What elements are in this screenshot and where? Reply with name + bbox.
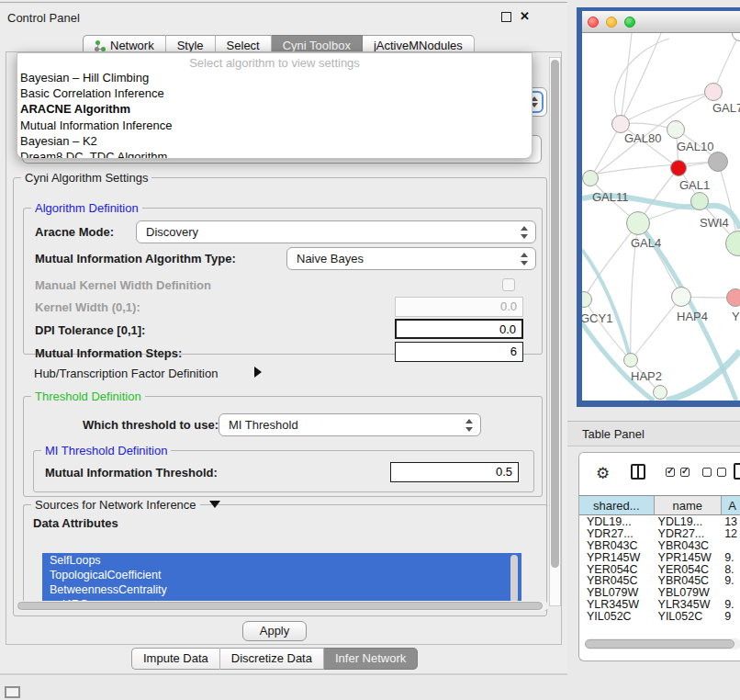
horizontal-scrollbar[interactable]: [17, 601, 548, 611]
table-cell: YDR27...: [579, 528, 655, 540]
table-row[interactable]: YBL079WYBL079W: [579, 587, 740, 599]
horizontal-scrollbar-thumb[interactable]: [17, 602, 543, 610]
table-panel-title: Table Panel: [582, 427, 645, 441]
which-threshold-value: MI Threshold: [219, 418, 462, 432]
column-header-A[interactable]: A: [722, 496, 740, 514]
stepper-icon: [462, 417, 477, 434]
column-header-shared[interactable]: shared...: [579, 496, 655, 514]
collapsed-panel-icon[interactable]: [5, 686, 20, 698]
dpi-tolerance-field[interactable]: 0.0: [395, 319, 523, 339]
algorithm-option[interactable]: Bayesian – K2: [17, 133, 532, 149]
expand-arrow-icon[interactable]: [254, 367, 262, 378]
mi-threshold-field[interactable]: 0.5: [390, 462, 519, 482]
kernel-width-field[interactable]: 0.0: [395, 297, 523, 317]
aracne-mode-combobox[interactable]: Discovery: [136, 220, 536, 243]
table-hscroll-thumb[interactable]: [585, 639, 734, 649]
tab-infer-network[interactable]: Infer Network: [324, 648, 418, 670]
network-node-hap2[interactable]: [623, 353, 638, 367]
network-node[interactable]: [670, 160, 687, 176]
network-node-gal11[interactable]: [582, 170, 599, 186]
table-row[interactable]: YLR345WYLR345W9.: [579, 599, 740, 611]
network-node-gal1[interactable]: [690, 192, 709, 210]
list-scrollbar-thumb[interactable]: [510, 555, 518, 603]
algorithm-option[interactable]: Mutual Information Inference: [17, 118, 532, 133]
network-node-hap4[interactable]: [671, 287, 691, 307]
mi-threshold-label: Mutual Information Threshold:: [45, 466, 218, 480]
mi-threshold-definition-group: MI Threshold Definition Mutual Informati…: [33, 450, 534, 492]
table-cell: YER054C: [655, 564, 723, 576]
manual-kernel-label: Manual Kernel Width Definition: [35, 278, 211, 292]
algorithm-option[interactable]: Bayesian – Hill Climbing: [17, 70, 532, 85]
table-row[interactable]: YER054CYER054C8.: [579, 564, 740, 576]
control-panel: Control Panel ✕ NetworkStyleSelectCyni T…: [0, 0, 567, 676]
table-horizontal-scrollbar[interactable]: [585, 638, 740, 649]
attribute-list-item[interactable]: TopologicalCoefficient: [42, 568, 521, 582]
apply-button[interactable]: Apply: [242, 621, 307, 641]
node-label: GCY1: [582, 311, 612, 325]
table-cell: 12: [722, 528, 740, 540]
table-row[interactable]: YPR145WYPR145W9.: [579, 552, 740, 564]
hub-definition-label[interactable]: Hub/Transcription Factor Definition: [34, 367, 218, 380]
dpi-tolerance-label: DPI Tolerance [0,1]:: [35, 323, 145, 337]
network-node-gal10[interactable]: [667, 120, 685, 139]
float-window-icon[interactable]: [501, 12, 511, 22]
algorithm-option[interactable]: Basic Correlation Inference: [17, 85, 532, 101]
select-all-checkbox-icon[interactable]: [666, 468, 675, 477]
table-row[interactable]: YBR045CYBR045C9.: [579, 575, 740, 587]
table-row[interactable]: YBR043CYBR043C: [579, 540, 740, 552]
which-threshold-combobox[interactable]: MI Threshold: [219, 413, 481, 436]
close-traffic-light[interactable]: [588, 17, 599, 28]
network-node-gal80[interactable]: [611, 115, 630, 133]
table-header: shared...nameA: [579, 495, 740, 515]
table-row[interactable]: YDR27...YDR27...12: [579, 528, 740, 540]
deselect-all-checkbox-icon[interactable]: [702, 468, 712, 477]
table-cell: 13: [722, 516, 740, 528]
mi-type-label: Mutual Information Algorithm Type:: [35, 252, 236, 265]
tab-label: Impute Data: [143, 651, 208, 665]
network-window-titlebar[interactable]: [582, 11, 740, 33]
table-row[interactable]: YIL052CYIL052C9: [579, 611, 740, 623]
tab-label: Style: [177, 39, 204, 52]
network-node-gal7[interactable]: [704, 83, 723, 101]
close-icon[interactable]: ✕: [520, 9, 530, 23]
threshold-definition-group: Threshold Definition Which threshold to …: [23, 396, 543, 497]
network-node-gal4[interactable]: [626, 211, 650, 235]
mi-algorithm-type-combobox[interactable]: Naive Bayes: [286, 247, 536, 270]
algorithm-definition-group: Algorithm Definition Aracne Mode: Discov…: [23, 208, 543, 355]
table-rows[interactable]: YDL19...YDL19...13YDR27...YDR27...12YBR0…: [579, 516, 740, 625]
tab-label: Select: [227, 39, 260, 52]
network-node[interactable]: [653, 385, 667, 400]
algorithm-option[interactable]: Dream8 DC_TDC Algorithm: [17, 149, 532, 159]
attribute-list-item[interactable]: BetweennessCentrality: [42, 582, 521, 597]
panel-scrollbar-thumb[interactable]: [551, 60, 559, 568]
table-cell: 9.: [722, 552, 740, 564]
table-row[interactable]: YDL19...YDL19...13: [579, 516, 740, 528]
attribute-list-item[interactable]: SelfLoops: [42, 553, 521, 568]
table-cell: YBR043C: [579, 540, 655, 552]
panel-divider: [0, 2, 567, 3]
select-all-checkbox-icon2[interactable]: [680, 468, 690, 477]
algorithm-option[interactable]: ARACNE Algorithm: [17, 101, 532, 117]
network-canvas[interactable]: GAL7GAL80GAL10GAL1GAL11GAL4SWI4GCY1HAP4Y…: [582, 33, 740, 401]
zoom-traffic-light[interactable]: [624, 17, 635, 28]
minimize-traffic-light[interactable]: [606, 17, 617, 28]
table-cell: YPR145W: [655, 552, 723, 564]
table-cell: YDL19...: [655, 516, 723, 528]
table-cell: YIL052C: [579, 611, 655, 623]
network-node-y[interactable]: [726, 288, 740, 307]
tab-impute-data[interactable]: Impute Data: [131, 648, 220, 670]
mi-threshold-definition-title: MI Threshold Definition: [41, 444, 171, 457]
algorithm-definition-title: Algorithm Definition: [31, 201, 142, 215]
table-cell: YPR145W: [579, 552, 655, 564]
tab-discretize-data[interactable]: Discretize Data: [220, 648, 324, 670]
network-node[interactable]: [708, 152, 728, 172]
deselect-all-checkbox-icon2[interactable]: [717, 468, 726, 477]
gear-icon[interactable]: ⚙: [596, 464, 610, 483]
column-header-name[interactable]: name: [655, 496, 723, 514]
columns-icon[interactable]: [631, 464, 645, 480]
collapse-arrow-icon[interactable]: [209, 501, 220, 508]
mi-steps-field[interactable]: 6: [395, 342, 523, 362]
manual-kernel-checkbox[interactable]: [502, 278, 515, 291]
export-table-icon[interactable]: [734, 463, 740, 480]
table-cell: YLR345W: [655, 599, 723, 611]
